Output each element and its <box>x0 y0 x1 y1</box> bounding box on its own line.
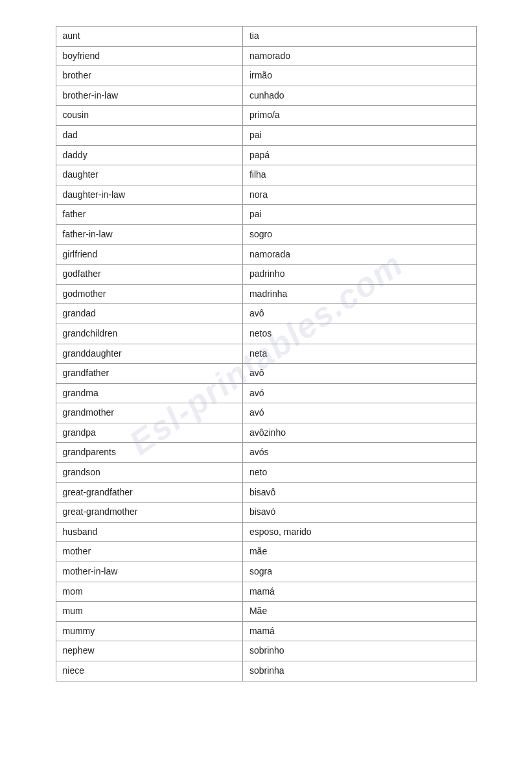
table-row: grandsonneto <box>56 463 476 483</box>
table-row: daddypapá <box>56 145 476 165</box>
portuguese-term: avó <box>242 383 476 403</box>
table-row: niecesobrinha <box>56 661 476 681</box>
page-container: Esl-printables.com aunttiaboyfriendnamor… <box>56 26 477 681</box>
table-row: grandmotheravó <box>56 403 476 423</box>
table-row: grandfatheravô <box>56 364 476 384</box>
portuguese-term: neto <box>242 463 476 483</box>
table-row: daughter-in-lawnora <box>56 185 476 205</box>
table-row: godfatherpadrinho <box>56 265 476 285</box>
english-term: boyfriend <box>56 46 242 66</box>
table-row: grandpaavôzinho <box>56 423 476 443</box>
english-term: mum <box>56 602 242 622</box>
table-row: great-grandmotherbisavó <box>56 503 476 523</box>
portuguese-term: mãe <box>242 542 476 562</box>
portuguese-term: sogra <box>242 562 476 582</box>
portuguese-term: bisavó <box>242 503 476 523</box>
english-term: grandson <box>56 463 242 483</box>
portuguese-term: namorada <box>242 244 476 265</box>
portuguese-term: neta <box>242 344 476 364</box>
english-term: daddy <box>56 145 242 165</box>
english-term: grandma <box>56 383 242 403</box>
table-row: girlfriendnamorada <box>56 244 476 265</box>
portuguese-term: Mãe <box>242 602 476 622</box>
english-term: granddaughter <box>56 344 242 364</box>
portuguese-term: madrinha <box>242 284 476 304</box>
english-term: grandad <box>56 304 242 324</box>
english-term: grandmother <box>56 403 242 423</box>
table-row: mother-in-lawsogra <box>56 562 476 582</box>
english-term: grandpa <box>56 423 242 443</box>
portuguese-term: irmão <box>242 66 476 86</box>
english-term: mother <box>56 542 242 562</box>
table-row: great-grandfatherbisavô <box>56 482 476 503</box>
english-term: mummy <box>56 621 242 641</box>
english-term: godfather <box>56 265 242 285</box>
english-term: dad <box>56 125 242 145</box>
table-row: grandmaavó <box>56 383 476 403</box>
portuguese-term: avô <box>242 364 476 384</box>
english-term: husband <box>56 522 242 542</box>
english-term: godmother <box>56 284 242 304</box>
table-row: father-in-lawsogro <box>56 224 476 244</box>
table-row: mumMãe <box>56 602 476 622</box>
english-term: brother <box>56 66 242 86</box>
portuguese-term: padrinho <box>242 265 476 285</box>
english-term: brother-in-law <box>56 86 242 106</box>
english-term: great-grandfather <box>56 482 242 503</box>
portuguese-term: cunhado <box>242 86 476 106</box>
english-term: father-in-law <box>56 224 242 244</box>
table-row: grandparentsavós <box>56 443 476 463</box>
english-term: girlfriend <box>56 244 242 265</box>
english-term: grandfather <box>56 364 242 384</box>
portuguese-term: bisavô <box>242 482 476 503</box>
table-row: daughterfilha <box>56 165 476 185</box>
english-term: mother-in-law <box>56 562 242 582</box>
table-row: brother-in-lawcunhado <box>56 86 476 106</box>
english-term: daughter-in-law <box>56 185 242 205</box>
table-row: fatherpai <box>56 205 476 225</box>
portuguese-term: avô <box>242 304 476 324</box>
table-row: grandchildrennetos <box>56 324 476 344</box>
portuguese-term: sogro <box>242 224 476 244</box>
portuguese-term: nora <box>242 185 476 205</box>
portuguese-term: primo/a <box>242 106 476 126</box>
table-row: boyfriendnamorado <box>56 46 476 66</box>
portuguese-term: netos <box>242 324 476 344</box>
table-row: mummymamá <box>56 621 476 641</box>
english-term: niece <box>56 661 242 681</box>
table-row: godmothermadrinha <box>56 284 476 304</box>
english-term: grandparents <box>56 443 242 463</box>
portuguese-term: papá <box>242 145 476 165</box>
table-row: grandadavô <box>56 304 476 324</box>
portuguese-term: pai <box>242 205 476 225</box>
vocabulary-table: aunttiaboyfriendnamoradobrotherirmãobrot… <box>56 26 477 681</box>
table-row: aunttia <box>56 27 476 47</box>
portuguese-term: tia <box>242 27 476 47</box>
portuguese-term: pai <box>242 125 476 145</box>
portuguese-term: namorado <box>242 46 476 66</box>
portuguese-term: mamá <box>242 582 476 602</box>
english-term: aunt <box>56 27 242 47</box>
table-row: dadpai <box>56 125 476 145</box>
portuguese-term: filha <box>242 165 476 185</box>
table-row: nephewsobrinho <box>56 641 476 661</box>
english-term: daughter <box>56 165 242 185</box>
table-row: mommamá <box>56 582 476 602</box>
table-row: husbandesposo, marido <box>56 522 476 542</box>
portuguese-term: sobrinho <box>242 641 476 661</box>
english-term: father <box>56 205 242 225</box>
portuguese-term: avôzinho <box>242 423 476 443</box>
english-term: nephew <box>56 641 242 661</box>
table-row: brotherirmão <box>56 66 476 86</box>
table-row: cousinprimo/a <box>56 106 476 126</box>
table-row: mothermãe <box>56 542 476 562</box>
english-term: grandchildren <box>56 324 242 344</box>
portuguese-term: mamá <box>242 621 476 641</box>
english-term: cousin <box>56 106 242 126</box>
english-term: great-grandmother <box>56 503 242 523</box>
table-row: granddaughterneta <box>56 344 476 364</box>
portuguese-term: sobrinha <box>242 661 476 681</box>
portuguese-term: avós <box>242 443 476 463</box>
portuguese-term: esposo, marido <box>242 522 476 542</box>
english-term: mom <box>56 582 242 602</box>
